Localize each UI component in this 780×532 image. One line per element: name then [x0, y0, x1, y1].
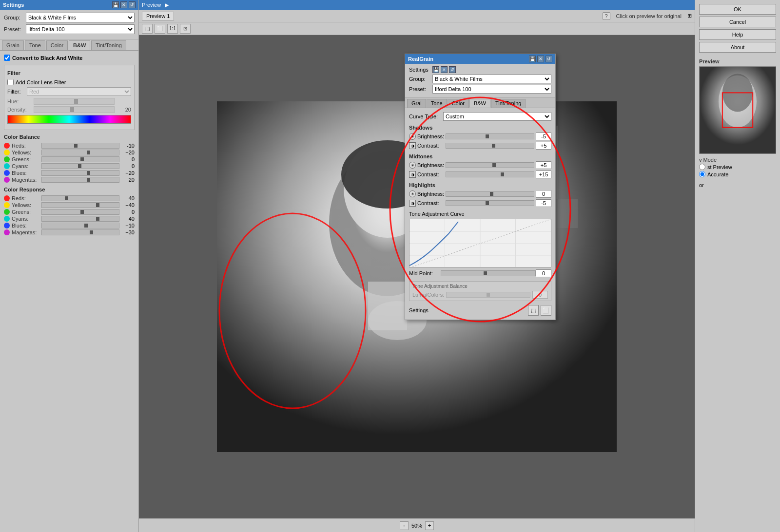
- color-val-0: -10: [121, 143, 135, 149]
- preview-icon-actual[interactable]: 1:1: [167, 24, 178, 34]
- preview-icon-split[interactable]: ⬜: [155, 24, 165, 34]
- density-value: 20: [117, 107, 131, 113]
- midtones-brightness-icon: ☀: [409, 162, 416, 169]
- tab-color[interactable]: Color: [46, 40, 68, 50]
- add-filter-checkbox[interactable]: [7, 79, 14, 85]
- color-val-2: 0: [121, 209, 135, 215]
- color-val-2: 0: [121, 156, 135, 162]
- shadows-contrast-slider[interactable]: [446, 143, 534, 149]
- settings-save-icon[interactable]: 💾: [112, 1, 119, 8]
- color-slider-1[interactable]: [41, 150, 119, 155]
- ok-button[interactable]: OK: [699, 4, 776, 15]
- color-slider-5[interactable]: [41, 177, 119, 183]
- modal-tab-tint[interactable]: Tint/Toning: [491, 99, 526, 108]
- preview-tab-1[interactable]: Preview 1: [142, 12, 174, 20]
- preview-icon-fit[interactable]: ⬚: [142, 24, 153, 34]
- settings-close-icon[interactable]: ✕: [120, 1, 127, 8]
- rainbow-bar: [7, 115, 131, 124]
- mode-label: v Mode: [699, 157, 776, 163]
- preview-icon-zoom[interactable]: ⊡: [180, 24, 191, 34]
- modal-close-btn[interactable]: ✕: [537, 56, 544, 62]
- preset-select[interactable]: Ilford Delta 100: [26, 24, 135, 34]
- modal-tab-grain[interactable]: Grai: [407, 99, 426, 108]
- tabs-bar: Grain Tone Color B&W Tint/Toning: [0, 39, 138, 51]
- color-val-1: +40: [121, 202, 135, 208]
- color-slider-3[interactable]: [41, 216, 119, 222]
- modal-tabs: Grai Tone Color B&W Tint/Toning: [405, 98, 555, 108]
- modal-preview-section: Settings ⬚ ⬜: [409, 305, 551, 316]
- midpoint-slider[interactable]: [441, 270, 536, 276]
- modal-preset-select[interactable]: Ilford Delta 100: [432, 85, 551, 94]
- color-row-5: Magentas: +20: [4, 177, 135, 183]
- hue-slider-track[interactable]: [34, 98, 115, 105]
- help-button-right[interactable]: Help: [699, 29, 776, 40]
- modal-preset-label: Preset:: [409, 86, 432, 92]
- highlights-contrast-slider[interactable]: [446, 200, 534, 206]
- expand-icon[interactable]: ⊞: [687, 13, 692, 19]
- modal-preview-btn1[interactable]: ⬚: [528, 305, 539, 316]
- midtones-brightness-slider[interactable]: [446, 162, 534, 168]
- modal-settings-save[interactable]: 💾: [432, 66, 439, 73]
- midtones-contrast-label: Contrast:: [417, 171, 444, 177]
- modal-tab-color[interactable]: Color: [448, 99, 469, 108]
- modal-preview-btn2[interactable]: ⬜: [541, 305, 551, 316]
- settings-label: Settings: [3, 2, 24, 8]
- right-preview-thumb: [699, 66, 776, 154]
- color-slider-4[interactable]: [41, 223, 119, 228]
- modal-reset-btn[interactable]: ↺: [546, 56, 552, 62]
- modal-settings-close[interactable]: ✕: [441, 66, 448, 73]
- color-slider-1[interactable]: [41, 202, 119, 208]
- color-name-3: Cyans:: [12, 163, 40, 169]
- panel-content: Convert to Black And White Filter Add Co…: [0, 51, 138, 532]
- midtones-contrast-slider[interactable]: [446, 171, 534, 177]
- curve-type-select[interactable]: Custom: [443, 112, 551, 121]
- modal-panel: RealGrain 💾 ✕ ↺ Settings 💾 ✕ ↺ Group: Bl…: [405, 54, 556, 320]
- color-val-3: +40: [121, 216, 135, 222]
- highlights-brightness-slider[interactable]: [446, 191, 534, 197]
- modal-group-select[interactable]: Black & White Films: [432, 75, 551, 83]
- highlights-contrast-row: ◑ Contrast: -5: [409, 199, 551, 207]
- click-preview-text: Click on preview for original: [616, 13, 682, 19]
- play-icon[interactable]: ▶: [165, 2, 169, 8]
- color-slider-2[interactable]: [41, 156, 119, 162]
- color-slider-5[interactable]: [41, 229, 119, 235]
- about-button[interactable]: About: [699, 42, 776, 53]
- add-filter-label: Add Color Lens Filter: [16, 79, 66, 85]
- color-row-1: Yellows: +20: [4, 150, 135, 155]
- density-slider-track[interactable]: [34, 106, 115, 113]
- zoom-in-button[interactable]: +: [425, 521, 434, 530]
- shadows-brightness-slider[interactable]: [446, 133, 534, 139]
- settings-section: Group: Black & White Films Preset: Ilfor…: [0, 10, 138, 39]
- group-select[interactable]: Black & White Films: [26, 13, 135, 22]
- zoom-out-button[interactable]: -: [400, 521, 409, 530]
- midtones-brightness-value: +5: [536, 161, 551, 169]
- color-name-2: Greens:: [12, 156, 40, 162]
- color-slider-2[interactable]: [41, 209, 119, 215]
- color-slider-4[interactable]: [41, 170, 119, 176]
- color-slider-0[interactable]: [41, 195, 119, 201]
- color-slider-0[interactable]: [41, 143, 119, 149]
- modal-save-btn[interactable]: 💾: [529, 56, 536, 62]
- tab-grain[interactable]: Grain: [2, 40, 24, 50]
- tab-tint[interactable]: Tint/Toning: [91, 40, 126, 50]
- color-slider-3[interactable]: [41, 163, 119, 169]
- modal-tab-bw[interactable]: B&W: [469, 99, 490, 108]
- color-row-4: Blues: +10: [4, 223, 135, 228]
- tab-bw[interactable]: B&W: [69, 40, 90, 50]
- mode-accurate[interactable]: Accurate: [699, 171, 776, 177]
- highlights-title: Highlights: [409, 182, 551, 188]
- help-button[interactable]: ?: [603, 12, 610, 20]
- curve-type-row: Curve Type: Custom: [409, 112, 551, 121]
- modal-tab-tone[interactable]: Tone: [427, 99, 447, 108]
- color-dot-2: [4, 209, 10, 215]
- modal-settings-reset[interactable]: ↺: [449, 66, 456, 73]
- cancel-button[interactable]: Cancel: [699, 17, 776, 27]
- preview-title: Preview: [142, 2, 161, 8]
- color-val-3: 0: [121, 163, 135, 169]
- settings-reset-icon[interactable]: ↺: [129, 1, 136, 8]
- convert-checkbox[interactable]: [4, 55, 10, 61]
- tone-curve-area[interactable]: [409, 219, 551, 267]
- color-row-3: Cyans: +40: [4, 216, 135, 222]
- mode-fast-preview[interactable]: st Preview: [699, 164, 776, 170]
- tab-tone[interactable]: Tone: [25, 40, 45, 50]
